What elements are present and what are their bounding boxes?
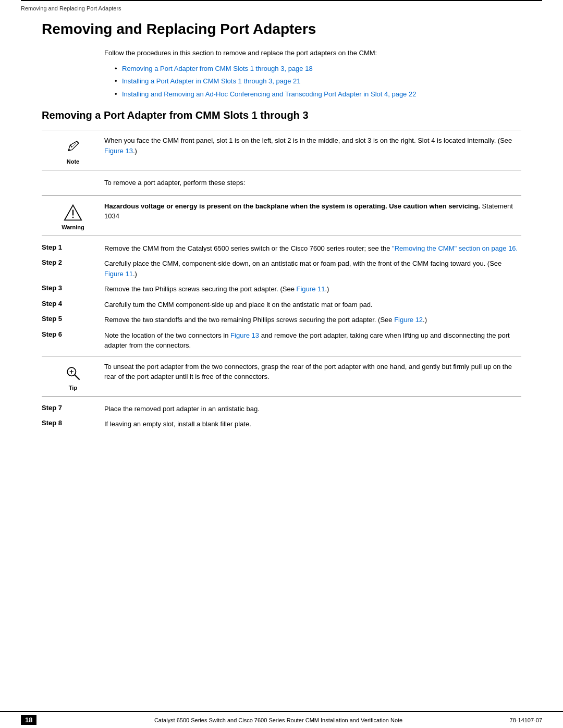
- footer: 18 Catalyst 6500 Series Switch and Cisco…: [0, 711, 563, 728]
- warning-content: Hazardous voltage or energy is present o…: [104, 201, 521, 221]
- step6-link[interactable]: Figure 13: [230, 331, 259, 339]
- step1-link[interactable]: "Removing the CMM" section on page 16.: [392, 244, 518, 252]
- step-label-5: Step 5: [42, 315, 104, 323]
- warning-bold-text: Hazardous voltage or energy is present o…: [104, 202, 480, 210]
- step-content-3: Remove the two Phillips screws securing …: [104, 284, 521, 294]
- note-icon-col: Note: [42, 135, 104, 165]
- note-content: When you face the CMM front panel, slot …: [104, 135, 521, 156]
- bullet-link-2[interactable]: Installing a Port Adapter in CMM Slots 1…: [122, 77, 301, 85]
- step-row-8: Step 8 If leaving an empty slot, install…: [42, 419, 521, 429]
- warning-icon-col: Warning: [42, 201, 104, 230]
- note-box: Note When you face the CMM front panel, …: [42, 130, 521, 170]
- warning-icon: [64, 203, 82, 222]
- step-label-3: Step 3: [42, 284, 104, 292]
- note-figure-link[interactable]: Figure 13: [104, 147, 133, 155]
- step-row-5: Step 5 Remove the two standoffs and the …: [42, 315, 521, 325]
- steps-after-tip: Step 7 Place the removed port adapter in…: [42, 404, 521, 429]
- note-icon: [64, 138, 82, 156]
- breadcrumb-text: Removing and Replacing Port Adapters: [21, 5, 121, 11]
- main-content: Removing and Replacing Port Adapters Fol…: [0, 16, 563, 466]
- step-content-7: Place the removed port adapter in an ant…: [104, 404, 521, 414]
- footer-title: Catalyst 6500 Series Switch and Cisco 76…: [47, 717, 509, 723]
- step-row-1: Step 1 Remove the CMM from the Catalyst …: [42, 243, 521, 254]
- step-label-8: Step 8: [42, 419, 104, 427]
- tip-icon-col: Tip: [42, 362, 104, 391]
- warning-label: Warning: [62, 224, 84, 230]
- step-row-2: Step 2 Carefully place the CMM, componen…: [42, 258, 521, 279]
- tip-box: Tip To unseat the port adapter from the …: [42, 356, 521, 397]
- note-text: When you face the CMM front panel, slot …: [104, 137, 512, 155]
- list-item: Installing and Removing an Ad-Hoc Confer…: [115, 89, 521, 100]
- svg-line-5: [75, 375, 80, 379]
- step-label-6: Step 6: [42, 330, 104, 338]
- step-label-4: Step 4: [42, 300, 104, 307]
- breadcrumb: Removing and Replacing Port Adapters: [0, 3, 563, 16]
- section-title: Removing a Port Adapter from CMM Slots 1…: [42, 109, 521, 121]
- step-content-1: Remove the CMM from the Catalyst 6500 se…: [104, 243, 521, 254]
- tip-label: Tip: [69, 385, 77, 391]
- step-label-7: Step 7: [42, 404, 104, 412]
- step-row-7: Step 7 Place the removed port adapter in…: [42, 404, 521, 414]
- step-content-5: Remove the two standoffs and the two rem…: [104, 315, 521, 325]
- step-content-6: Note the location of the two connectors …: [104, 330, 521, 351]
- step2-link[interactable]: Figure 11: [104, 270, 133, 278]
- footer-page-num: 18: [21, 715, 36, 725]
- list-item: Removing a Port Adapter from CMM Slots 1…: [115, 64, 521, 74]
- step-content-8: If leaving an empty slot, install a blan…: [104, 419, 521, 429]
- tip-icon: [64, 364, 82, 382]
- list-item: Installing a Port Adapter in CMM Slots 1…: [115, 76, 521, 87]
- step-row-4: Step 4 Carefully turn the CMM component-…: [42, 300, 521, 310]
- bullet-link-1[interactable]: Removing a Port Adapter from CMM Slots 1…: [122, 65, 313, 72]
- intro-text: Follow the procedures in this section to…: [104, 48, 521, 58]
- step-label-2: Step 2: [42, 258, 104, 266]
- svg-point-3: [72, 216, 74, 218]
- footer-doc-num: 78-14107-07: [510, 717, 542, 723]
- steps-section: Step 1 Remove the CMM from the Catalyst …: [42, 243, 521, 351]
- step5-link[interactable]: Figure 12: [394, 316, 423, 324]
- page-wrapper: Removing and Replacing Port Adapters Rem…: [0, 0, 563, 728]
- to-remove-text: To remove a port adapter, perform these …: [104, 178, 521, 188]
- tip-content: To unseat the port adapter from the two …: [104, 362, 521, 382]
- step3-link[interactable]: Figure 11: [297, 285, 325, 293]
- warning-box: Warning Hazardous voltage or energy is p…: [42, 195, 521, 236]
- step-row-6: Step 6 Note the location of the two conn…: [42, 330, 521, 351]
- bullet-link-3[interactable]: Installing and Removing an Ad-Hoc Confer…: [122, 90, 416, 98]
- bullet-link-list: Removing a Port Adapter from CMM Slots 1…: [115, 64, 521, 100]
- step-label-1: Step 1: [42, 243, 104, 251]
- step-content-4: Carefully turn the CMM component-side up…: [104, 300, 521, 310]
- step-row-3: Step 3 Remove the two Phillips screws se…: [42, 284, 521, 294]
- note-label: Note: [67, 158, 79, 165]
- page-title: Removing and Replacing Port Adapters: [42, 21, 521, 38]
- step-content-2: Carefully place the CMM, component-side …: [104, 258, 521, 279]
